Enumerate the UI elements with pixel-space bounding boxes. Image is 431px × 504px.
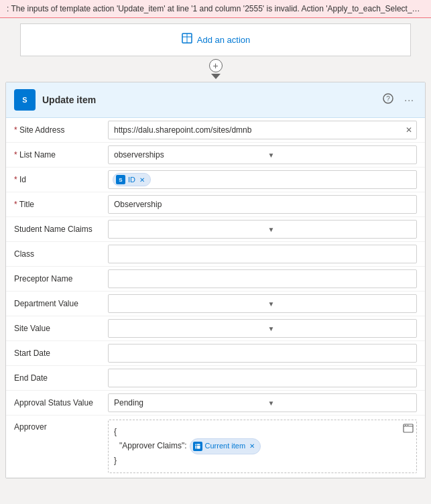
preceptor-name-row: Preceptor Name bbox=[6, 267, 425, 292]
approver-code-claims: "Approver Claims": Current item ✕ bbox=[114, 438, 411, 454]
list-name-row: List Name observerships ▼ bbox=[6, 143, 425, 168]
id-token-label: ID bbox=[128, 176, 135, 184]
current-item-chip: Current item ✕ bbox=[190, 438, 261, 454]
site-value-value: ▼ bbox=[108, 319, 417, 338]
class-row: Class bbox=[6, 242, 425, 267]
student-name-claims-chevron-icon: ▼ bbox=[264, 226, 417, 233]
approver-code-open: { bbox=[114, 426, 411, 438]
site-address-row: Site Address ✕ bbox=[6, 118, 425, 143]
end-date-label: End Date bbox=[14, 373, 108, 383]
start-date-input[interactable] bbox=[108, 344, 417, 363]
class-value bbox=[108, 245, 417, 263]
connector: + bbox=[0, 56, 431, 82]
svg-text:?: ? bbox=[387, 95, 391, 103]
card-header-right: ? ··· bbox=[380, 92, 417, 108]
site-value-dropdown[interactable]: ▼ bbox=[108, 319, 417, 338]
department-value-chevron-icon: ▼ bbox=[264, 300, 417, 308]
student-name-claims-dropdown[interactable]: ▼ bbox=[108, 220, 417, 239]
error-banner: : The inputs of template action 'Update_… bbox=[0, 0, 431, 18]
start-date-label: Start Date bbox=[14, 349, 108, 358]
sharepoint-icon: S bbox=[14, 89, 36, 111]
card-header: S Update item ? ··· bbox=[6, 82, 425, 118]
approver-value-container: { "Approver Claims": Current item ✕ bbox=[108, 420, 417, 473]
site-value-label: Site Value bbox=[14, 324, 108, 333]
add-action-label: Add an action bbox=[197, 35, 251, 45]
list-name-selected: observerships bbox=[109, 150, 264, 160]
end-date-value bbox=[108, 369, 417, 387]
class-label: Class bbox=[14, 249, 108, 259]
start-date-row: Start Date bbox=[6, 341, 425, 366]
approver-row: Approver { "Approver Claims": bbox=[6, 416, 425, 478]
title-input[interactable] bbox=[108, 195, 417, 214]
card-header-left: S Update item bbox=[14, 89, 96, 111]
student-name-claims-label: Student Name Claims bbox=[14, 225, 108, 234]
approval-status-value-chevron-icon: ▼ bbox=[264, 399, 417, 407]
site-value-row: Site Value ▼ bbox=[6, 316, 425, 341]
site-value-chevron-icon: ▼ bbox=[264, 325, 417, 332]
list-name-dropdown[interactable]: observerships ▼ bbox=[108, 145, 417, 164]
site-address-value: ✕ bbox=[108, 121, 417, 139]
approval-status-value-label: Approval Status Value bbox=[14, 398, 108, 407]
svg-rect-7 bbox=[405, 425, 406, 426]
card-title: Update item bbox=[42, 94, 96, 105]
connector-arrow bbox=[211, 74, 221, 79]
id-row: Id S ID ✕ bbox=[6, 168, 425, 192]
preceptor-name-input[interactable] bbox=[108, 269, 417, 288]
title-value bbox=[108, 195, 417, 214]
current-item-remove-button[interactable]: ✕ bbox=[249, 442, 255, 450]
department-value-label: Department Value bbox=[14, 299, 108, 308]
preceptor-name-value bbox=[108, 269, 417, 288]
id-value: S ID ✕ bbox=[108, 170, 417, 189]
student-name-claims-row: Student Name Claims ▼ bbox=[6, 217, 425, 242]
title-row: Title bbox=[6, 192, 425, 217]
student-name-claims-value: ▼ bbox=[108, 220, 417, 239]
id-token-remove-button[interactable]: ✕ bbox=[139, 176, 145, 184]
add-action-icon bbox=[181, 32, 193, 48]
approver-code-close: } bbox=[114, 454, 411, 467]
form-body: Site Address ✕ List Name observerships ▼… bbox=[6, 118, 425, 478]
end-date-input[interactable] bbox=[108, 369, 417, 387]
update-item-card: S Update item ? ··· Site Address ✕ bbox=[5, 82, 426, 479]
preceptor-name-label: Preceptor Name bbox=[14, 274, 108, 284]
current-item-chip-icon bbox=[193, 442, 202, 451]
class-input[interactable] bbox=[108, 245, 417, 263]
department-value-row: Department Value ▼ bbox=[6, 292, 425, 316]
id-label: Id bbox=[14, 175, 108, 184]
title-label: Title bbox=[14, 200, 108, 209]
svg-rect-8 bbox=[408, 425, 409, 426]
id-field-container: S ID ✕ bbox=[108, 170, 417, 189]
list-name-label: List Name bbox=[14, 150, 108, 160]
department-value-value: ▼ bbox=[108, 294, 417, 313]
site-address-clear-button[interactable]: ✕ bbox=[402, 125, 416, 135]
more-options-button[interactable]: ··· bbox=[402, 93, 417, 107]
list-name-value: observerships ▼ bbox=[108, 145, 417, 164]
connector-plus-button[interactable]: + bbox=[209, 59, 223, 72]
add-action-area: Add an action bbox=[20, 23, 411, 56]
add-action-button[interactable]: Add an action bbox=[181, 32, 251, 48]
approver-label: Approver bbox=[14, 420, 108, 432]
code-icon bbox=[403, 423, 414, 436]
site-address-input-container: ✕ bbox=[108, 121, 417, 139]
svg-rect-9 bbox=[195, 444, 200, 449]
current-item-label: Current item bbox=[205, 440, 246, 452]
approver-claims-key: "Approver Claims": bbox=[119, 440, 187, 452]
department-value-dropdown[interactable]: ▼ bbox=[108, 294, 417, 313]
site-address-input[interactable] bbox=[109, 123, 402, 137]
list-name-chevron-icon: ▼ bbox=[264, 151, 417, 159]
site-address-label: Site Address bbox=[14, 125, 108, 135]
approval-status-value-row: Approval Status Value Pending ▼ bbox=[6, 391, 425, 416]
help-button[interactable]: ? bbox=[380, 92, 396, 108]
start-date-value bbox=[108, 344, 417, 363]
end-date-row: End Date bbox=[6, 366, 425, 391]
approval-status-value-selected: Pending bbox=[109, 398, 264, 407]
id-token-icon: S bbox=[116, 175, 125, 184]
approval-status-value-value: Pending ▼ bbox=[108, 393, 417, 412]
card-icon-letter: S bbox=[22, 96, 27, 104]
approval-status-value-dropdown[interactable]: Pending ▼ bbox=[108, 393, 417, 412]
id-token-chip: S ID ✕ bbox=[113, 173, 151, 186]
